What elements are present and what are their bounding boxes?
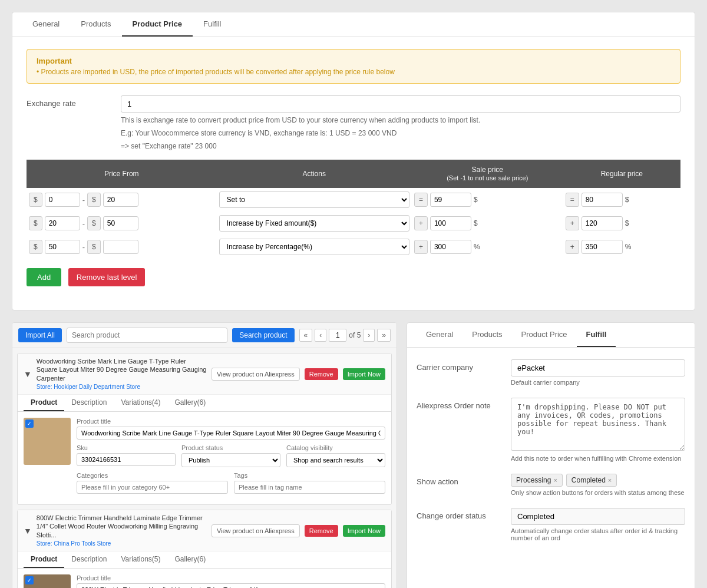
exchange-rate-input[interactable]	[121, 95, 680, 113]
exchange-example2: => set "Exchange rate" 23 000	[121, 142, 680, 150]
price-row-2: $ - $ Set to Increase by Fixed amount($)…	[27, 235, 680, 259]
right-tab-general[interactable]: General	[417, 323, 462, 347]
tab-products[interactable]: Products	[70, 12, 121, 37]
product-image-0: ✓	[24, 418, 71, 465]
product-tab-description-0[interactable]: Description	[64, 395, 114, 411]
from-input-0[interactable]	[45, 193, 80, 207]
change-status-input[interactable]	[511, 508, 685, 525]
add-level-button[interactable]: Add	[27, 268, 61, 286]
product-tab-gallery6-0[interactable]: Gallery(6)	[168, 395, 213, 411]
tag-completed-remove[interactable]: ×	[608, 477, 612, 484]
pag-next-next[interactable]: »	[377, 329, 391, 342]
product-header-1: ▼ 800W Electric Trimmer Handheld Laminat…	[18, 510, 391, 551]
reg-val-1[interactable]	[582, 216, 623, 230]
tag-processing-remove[interactable]: ×	[553, 477, 557, 484]
product-toggle-1[interactable]: ▼	[24, 526, 32, 536]
show-action-tags: Processing × Completed ×	[511, 474, 685, 487]
from-dollar-1: $	[29, 216, 42, 230]
product-form-0: ✓ Product title Sku	[18, 412, 391, 504]
left-panel: Import All Search product « ‹ of 5 › » ▼…	[12, 322, 397, 588]
from-input-1[interactable]	[45, 216, 80, 230]
import-product-btn-1[interactable]: Import Now	[343, 525, 385, 537]
product-tab-description-1[interactable]: Description	[64, 551, 114, 568]
top-panel: General Products Product Price Fulfill I…	[12, 12, 695, 310]
right-tab-products[interactable]: Products	[462, 323, 511, 347]
pag-prev-prev[interactable]: «	[299, 329, 313, 342]
range-dash-0: -	[82, 196, 85, 204]
product-title-text-1: 800W Electric Trimmer Handheld Laminate …	[37, 514, 207, 539]
action-select-2[interactable]: Set to Increase by Fixed amount($) Incre…	[219, 239, 409, 255]
product-toggle-0[interactable]: ▼	[24, 369, 32, 379]
categories-label-0: Categories	[77, 472, 228, 479]
remove-product-btn-1[interactable]: Remove	[305, 525, 338, 537]
import-product-btn-0[interactable]: Import Now	[343, 368, 385, 380]
tags-group-0: Tags	[234, 472, 385, 494]
catalog-select-0[interactable]: Shop and search results	[286, 453, 385, 467]
title-input-0[interactable]	[77, 427, 385, 440]
pag-prev[interactable]: ‹	[315, 329, 326, 342]
reg-unit-0: $	[625, 196, 629, 204]
right-tab-fulfill[interactable]: Fulfill	[577, 323, 616, 347]
product-tab-variations4-0[interactable]: Variations(4)	[114, 395, 167, 411]
store-link-0[interactable]: Store: Hookiper Daily Department Store	[37, 384, 140, 390]
action-select-0[interactable]: Set to Increase by Fixed amount($) Incre…	[219, 191, 409, 208]
right-tab-product-price[interactable]: Product Price	[512, 323, 577, 347]
show-action-label: Show action	[417, 474, 511, 486]
carrier-field: Default carrier company	[511, 359, 685, 386]
tab-fulfill[interactable]: Fulfill	[193, 12, 232, 37]
sale-val-2[interactable]	[430, 240, 471, 254]
col-regular-price: Regular price	[563, 160, 680, 188]
sku-input-0[interactable]	[77, 453, 176, 466]
from-dollar-0: $	[29, 193, 42, 207]
reg-val-2[interactable]	[582, 240, 623, 254]
to-input-1[interactable]	[103, 216, 138, 230]
sale-val-1[interactable]	[430, 216, 471, 230]
sale-unit-2: %	[474, 243, 480, 251]
product-tab-product-1[interactable]: Product	[24, 551, 64, 568]
remove-level-button[interactable]: Remove last level	[68, 268, 146, 286]
product-fields-0: Product title Sku Product status Publ	[77, 418, 385, 498]
product-tab-variations5-1[interactable]: Variations(5)	[114, 551, 167, 568]
to-input-2[interactable]	[103, 240, 138, 254]
product-fields-1: Product title Sku Product status Publ	[77, 574, 385, 588]
search-button[interactable]: Search product	[232, 328, 294, 342]
col-sale-price: Sale price(Set -1 to not use sale price)	[412, 160, 563, 188]
tab-general[interactable]: General	[22, 12, 70, 37]
view-product-btn-1[interactable]: View product on Aliexpress	[212, 524, 300, 537]
col-actions: Actions	[217, 160, 412, 188]
product-tab-product-0[interactable]: Product	[24, 395, 64, 411]
price-table: Price From Actions Sale price(Set -1 to …	[27, 160, 680, 259]
product-tab-gallery6-1[interactable]: Gallery(6)	[168, 551, 213, 568]
pagination-controls: « ‹ of 5 › »	[299, 329, 391, 342]
from-input-2[interactable]	[45, 240, 80, 254]
status-select-0[interactable]: Publish	[181, 453, 280, 467]
sale-unit-1: $	[474, 219, 478, 227]
tab-product-price[interactable]: Product Price	[122, 12, 193, 37]
carrier-default-text: Default carrier company	[511, 379, 685, 386]
categories-input-0[interactable]	[77, 481, 228, 494]
change-status-field: Automatically change order status after …	[511, 508, 685, 541]
search-input[interactable]	[67, 328, 227, 343]
product-tabs-0: ProductDescriptionVariations(4)Gallery(6…	[18, 395, 391, 412]
carrier-input[interactable]	[511, 359, 685, 376]
pag-current-input[interactable]	[329, 329, 346, 342]
sale-val-0[interactable]	[430, 193, 471, 207]
order-note-textarea[interactable]: I'm dropshipping. Please DO NOT put any …	[511, 398, 685, 451]
sale-eq-1: +	[414, 216, 428, 230]
action-select-1[interactable]: Set to Increase by Fixed amount($) Incre…	[219, 215, 409, 232]
to-input-0[interactable]	[103, 193, 138, 207]
sale-eq-0: =	[414, 193, 428, 207]
reg-unit-2: %	[625, 243, 632, 251]
title-input-1[interactable]	[77, 583, 385, 588]
exchange-rate-area: This is exchange rate to convert product…	[121, 95, 680, 150]
view-product-btn-0[interactable]: View product on Aliexpress	[212, 368, 300, 381]
tag-completed-label: Completed	[571, 476, 606, 484]
store-link-1[interactable]: Store: China Pro Tools Store	[37, 540, 111, 547]
pag-next[interactable]: ›	[363, 329, 375, 342]
tags-input-0[interactable]	[234, 481, 385, 494]
remove-product-btn-0[interactable]: Remove	[305, 368, 338, 380]
import-all-button[interactable]: Import All	[18, 328, 62, 342]
status-group-0: Product status Publish	[181, 444, 280, 467]
to-dollar-2: $	[87, 240, 101, 254]
reg-val-0[interactable]	[582, 193, 623, 207]
